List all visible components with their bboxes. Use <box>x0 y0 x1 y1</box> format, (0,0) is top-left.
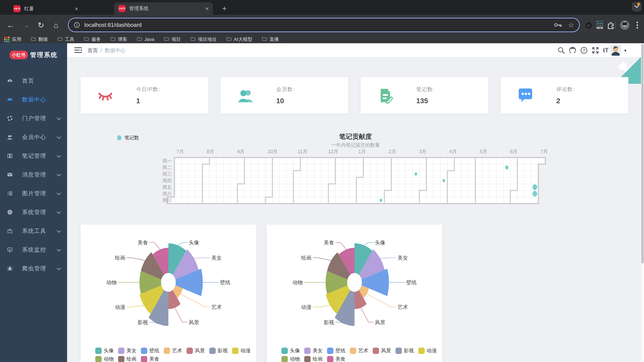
collapse-sidebar-icon[interactable] <box>74 47 82 53</box>
legend-item[interactable]: 艺术 <box>164 347 182 354</box>
stat-card-1: 会员数: 10 <box>220 77 348 114</box>
weekday-label: 周三 <box>162 171 172 177</box>
sidebar-item-6[interactable]: 图片管理 <box>0 184 67 203</box>
bookmark-folder[interactable]: AI大模型 <box>226 36 252 42</box>
sidebar-item-0[interactable]: 首页 <box>0 71 67 90</box>
bookmark-folder[interactable]: 服务 <box>84 36 101 42</box>
contribution-calendar-chart[interactable]: 7月8月9月10月11月12月1月2月3月4月5月6月7月周一周二周三周四周五周… <box>159 147 629 210</box>
scrollbar-thumb[interactable] <box>641 44 644 264</box>
sidebar: 小红书 管理系统 首页 数据中心 门户管理 会员中心 笔记管理 消息管理 图片管… <box>0 43 67 362</box>
extension-new-icon[interactable]: NEW <box>595 20 604 30</box>
pie-label: 风景 <box>189 320 199 325</box>
sidebar-item-4[interactable]: 笔记管理 <box>0 146 67 165</box>
legend-item[interactable]: 艺术 <box>350 347 368 354</box>
bookmark-folder[interactable]: 项目 <box>164 36 181 42</box>
legend-item[interactable]: 影视 <box>209 347 228 354</box>
legend-label: 壁纸 <box>149 347 159 354</box>
legend-item[interactable]: 头像 <box>282 347 300 354</box>
github-icon[interactable] <box>568 46 577 55</box>
sidebar-item-9[interactable]: 系统监控 <box>0 240 67 259</box>
bookmark-label: 应用 <box>12 36 21 42</box>
bookmark-folder[interactable]: 博客 <box>110 36 127 42</box>
weekday-label: 周六 <box>162 191 172 196</box>
legend-item[interactable]: 动物 <box>282 356 300 362</box>
browser-profile-avatar[interactable] <box>620 20 630 30</box>
legend-item[interactable]: 风景 <box>373 347 391 354</box>
extensions-puzzle-icon[interactable] <box>606 20 616 30</box>
pie-label: 绘画 <box>115 255 126 261</box>
folder-icon <box>164 37 169 42</box>
legend-item[interactable]: 美食 <box>327 356 346 362</box>
legend-item[interactable]: 影视 <box>396 347 414 354</box>
month-label: 9月 <box>237 149 245 154</box>
pie-label: 头像 <box>375 240 385 246</box>
address-bar[interactable]: localhost:81/dashboard ☆ <box>68 18 580 32</box>
bookmark-folder[interactable]: 翻墙 <box>31 36 48 42</box>
browser-tab-hongshu[interactable]: 小红书 红薯 × <box>9 3 82 15</box>
heatmap-legend[interactable]: 笔记数 <box>117 134 139 141</box>
sidebar-item-2[interactable]: 门户管理 <box>0 109 67 128</box>
bookmark-folder[interactable]: 工具 <box>58 36 74 42</box>
chevron-down-icon <box>634 5 639 8</box>
chevron-down-icon <box>57 247 61 253</box>
sidebar-item-7[interactable]: 系统管理 <box>0 203 67 222</box>
bookmark-folder[interactable]: Java <box>137 37 154 42</box>
home-button[interactable]: ⌂ <box>50 19 62 31</box>
back-button[interactable]: ← <box>5 19 17 31</box>
forward-button[interactable]: → <box>20 19 32 31</box>
tab-close-icon[interactable]: × <box>205 5 209 12</box>
font-size-icon[interactable]: tT <box>602 46 610 55</box>
legend-item[interactable]: 风景 <box>186 347 205 354</box>
legend-item[interactable]: 动漫 <box>232 347 250 354</box>
bookmark-folder[interactable]: 直播 <box>262 36 279 42</box>
pie-label: 美食 <box>138 240 148 246</box>
bookmark-star-icon[interactable]: ☆ <box>568 21 574 29</box>
month-label: 2月 <box>389 149 396 154</box>
category-pie-card: 头像美女壁纸艺术风景影视动漫动物绘画美食 头像 美女 壁纸 艺术 风景 <box>267 225 442 362</box>
tab-title: 管理系统 <box>129 5 202 12</box>
sidebar-item-8[interactable]: 系统工具 <box>0 222 67 240</box>
sidebar-item-1[interactable]: 数据中心 <box>0 90 67 109</box>
legend-item[interactable]: 绘画 <box>304 356 323 362</box>
legend-item[interactable]: 壁纸 <box>141 347 159 354</box>
app-logo[interactable]: 小红书 管理系统 <box>0 43 67 67</box>
browser-tab-admin[interactable]: 小红书 管理系统 × <box>114 2 213 15</box>
legend-item[interactable]: 动漫 <box>418 347 437 354</box>
legend-swatch-icon <box>327 348 334 354</box>
legend-item[interactable]: 壁纸 <box>327 347 346 354</box>
legend-item[interactable]: 美女 <box>118 347 136 354</box>
rose-chart[interactable]: 头像美女壁纸艺术风景影视动漫动物绘画美食 <box>80 225 256 342</box>
apps-grid-icon <box>4 37 10 42</box>
legend-item[interactable]: 动物 <box>95 356 114 362</box>
month-label: 7月 <box>540 149 548 154</box>
fullscreen-icon[interactable] <box>591 46 600 55</box>
browser-menu-icon[interactable] <box>632 20 642 30</box>
breadcrumb-home[interactable]: 首页 <box>88 47 98 54</box>
sidebar-menu: 首页 数据中心 门户管理 会员中心 笔记管理 消息管理 图片管理 系统管理 系统… <box>0 67 67 278</box>
tab-close-icon[interactable]: × <box>75 5 78 12</box>
legend-item[interactable]: 头像 <box>95 347 114 354</box>
pie-legend-row: 头像 美女 壁纸 艺术 风景 影视 <box>95 347 250 354</box>
bookmark-apps[interactable]: 应用 <box>4 36 21 42</box>
legend-item[interactable]: 美食 <box>141 356 159 362</box>
password-key-icon[interactable] <box>554 22 562 28</box>
tab-search-button[interactable] <box>632 2 642 11</box>
bookmark-folder[interactable]: 项目地址 <box>190 36 217 42</box>
reload-button[interactable]: ↻ <box>35 19 47 31</box>
new-tab-button[interactable]: + <box>220 4 229 13</box>
legend-item[interactable]: 美女 <box>304 347 323 354</box>
search-icon[interactable] <box>557 46 566 55</box>
help-icon[interactable]: ? <box>580 46 588 55</box>
pie-label: 美食 <box>324 240 334 246</box>
rose-chart[interactable]: 头像美女壁纸艺术风景影视动漫动物绘画美食 <box>267 225 442 342</box>
page-scrollbar[interactable] <box>641 43 644 362</box>
url-text[interactable]: localhost:81/dashboard <box>84 22 554 28</box>
power-icon[interactable] <box>584 20 593 30</box>
sidebar-item-3[interactable]: 会员中心 <box>0 128 67 146</box>
sidebar-item-10[interactable]: 爬虫管理 <box>0 259 67 278</box>
user-avatar[interactable] <box>610 44 621 56</box>
site-info-icon[interactable] <box>74 22 80 28</box>
avatar-caret-icon[interactable]: ▾ <box>624 48 626 53</box>
legend-item[interactable]: 绘画 <box>118 356 136 362</box>
sidebar-item-5[interactable]: 消息管理 <box>0 165 67 184</box>
